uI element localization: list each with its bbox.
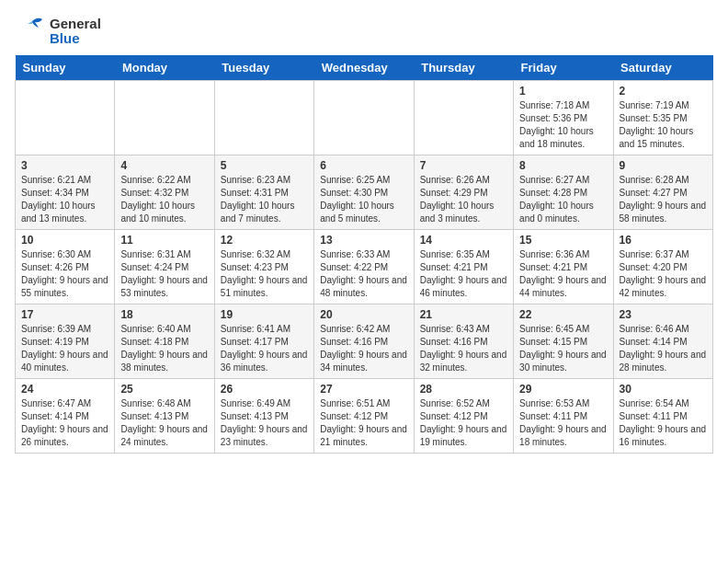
day-number: 8 [519,159,607,172]
logo-container: General Blue [15,15,101,48]
calendar-day-cell [414,81,513,155]
day-number: 20 [320,308,407,321]
day-info: Sunrise: 6:46 AM Sunset: 4:14 PM Dayligh… [620,323,707,374]
day-info: Sunrise: 6:43 AM Sunset: 4:16 PM Dayligh… [420,323,507,374]
day-info: Sunrise: 6:49 AM Sunset: 4:13 PM Dayligh… [221,397,308,449]
calendar-day-cell: 8Sunrise: 6:27 AM Sunset: 4:28 PM Daylig… [514,155,613,230]
calendar-week-5: 24Sunrise: 6:47 AM Sunset: 4:14 PM Dayli… [16,379,713,454]
day-info: Sunrise: 6:41 AM Sunset: 4:17 PM Dayligh… [221,323,308,374]
day-number: 11 [120,234,208,247]
calendar-day-cell: 16Sunrise: 6:37 AM Sunset: 4:20 PM Dayli… [613,230,712,304]
day-number: 7 [420,159,507,172]
calendar-day-cell: 28Sunrise: 6:52 AM Sunset: 4:12 PM Dayli… [414,379,513,454]
day-info: Sunrise: 6:32 AM Sunset: 4:23 PM Dayligh… [221,248,308,300]
day-info: Sunrise: 6:30 AM Sunset: 4:26 PM Dayligh… [21,248,108,300]
day-number: 26 [221,383,308,396]
calendar-day-cell [115,81,214,155]
day-number: 28 [420,383,507,396]
day-number: 18 [120,308,208,321]
day-number: 1 [519,85,607,98]
calendar-day-cell: 12Sunrise: 6:32 AM Sunset: 4:23 PM Dayli… [214,230,313,304]
day-info: Sunrise: 6:35 AM Sunset: 4:21 PM Dayligh… [420,248,507,300]
calendar-week-4: 17Sunrise: 6:39 AM Sunset: 4:19 PM Dayli… [16,304,713,379]
logo-general-text: General [50,17,101,32]
calendar-day-cell [16,81,115,155]
day-info: Sunrise: 6:36 AM Sunset: 4:21 PM Dayligh… [519,248,607,300]
day-number: 16 [620,234,707,247]
calendar-day-cell: 9Sunrise: 6:28 AM Sunset: 4:27 PM Daylig… [613,155,712,230]
logo-text-block: General Blue [50,17,101,47]
day-number: 19 [221,308,308,321]
day-info: Sunrise: 7:18 AM Sunset: 5:36 PM Dayligh… [519,99,607,151]
day-info: Sunrise: 6:51 AM Sunset: 4:12 PM Dayligh… [320,397,407,449]
day-info: Sunrise: 6:33 AM Sunset: 4:22 PM Dayligh… [320,248,407,300]
day-info: Sunrise: 6:42 AM Sunset: 4:16 PM Dayligh… [320,323,407,374]
calendar-day-cell: 29Sunrise: 6:53 AM Sunset: 4:11 PM Dayli… [514,379,613,454]
day-info: Sunrise: 6:48 AM Sunset: 4:13 PM Dayligh… [120,397,208,449]
day-info: Sunrise: 6:25 AM Sunset: 4:30 PM Dayligh… [320,174,407,225]
calendar-day-cell: 5Sunrise: 6:23 AM Sunset: 4:31 PM Daylig… [214,155,313,230]
day-number: 4 [120,159,208,172]
day-number: 23 [620,308,707,321]
day-number: 17 [21,308,108,321]
day-info: Sunrise: 6:26 AM Sunset: 4:29 PM Dayligh… [420,174,507,225]
day-info: Sunrise: 6:37 AM Sunset: 4:20 PM Dayligh… [620,248,707,300]
weekday-header-friday: Friday [514,55,613,81]
day-info: Sunrise: 6:47 AM Sunset: 4:14 PM Dayligh… [21,397,108,449]
day-number: 24 [21,383,108,396]
calendar-day-cell: 4Sunrise: 6:22 AM Sunset: 4:32 PM Daylig… [115,155,214,230]
day-number: 12 [221,234,308,247]
day-info: Sunrise: 7:19 AM Sunset: 5:35 PM Dayligh… [620,99,707,151]
day-number: 2 [620,85,707,98]
calendar-week-2: 3Sunrise: 6:21 AM Sunset: 4:34 PM Daylig… [16,155,713,230]
calendar-day-cell [314,81,414,155]
day-number: 3 [21,159,108,172]
weekday-header-saturday: Saturday [613,55,712,81]
day-info: Sunrise: 6:22 AM Sunset: 4:32 PM Dayligh… [120,174,208,225]
calendar-day-cell: 18Sunrise: 6:40 AM Sunset: 4:18 PM Dayli… [115,304,214,379]
day-number: 5 [221,159,308,172]
day-number: 27 [320,383,407,396]
logo: General Blue [15,15,101,48]
weekday-header-thursday: Thursday [414,55,513,81]
day-number: 6 [320,159,407,172]
calendar-day-cell: 30Sunrise: 6:54 AM Sunset: 4:11 PM Dayli… [613,379,712,454]
calendar-day-cell: 1Sunrise: 7:18 AM Sunset: 5:36 PM Daylig… [514,81,613,155]
calendar-day-cell: 22Sunrise: 6:45 AM Sunset: 4:15 PM Dayli… [514,304,613,379]
weekday-header-monday: Monday [115,55,214,81]
logo-blue-text: Blue [50,31,101,47]
page-header: General Blue [15,15,713,48]
day-info: Sunrise: 6:39 AM Sunset: 4:19 PM Dayligh… [21,323,108,374]
calendar-day-cell: 17Sunrise: 6:39 AM Sunset: 4:19 PM Dayli… [16,304,115,379]
calendar-day-cell: 6Sunrise: 6:25 AM Sunset: 4:30 PM Daylig… [314,155,414,230]
calendar-day-cell: 2Sunrise: 7:19 AM Sunset: 5:35 PM Daylig… [613,81,712,155]
weekday-header-row: SundayMondayTuesdayWednesdayThursdayFrid… [16,55,713,81]
day-number: 13 [320,234,407,247]
calendar-day-cell: 20Sunrise: 6:42 AM Sunset: 4:16 PM Dayli… [314,304,414,379]
calendar-day-cell: 10Sunrise: 6:30 AM Sunset: 4:26 PM Dayli… [16,230,115,304]
weekday-header-wednesday: Wednesday [314,55,414,81]
day-number: 29 [519,383,607,396]
day-info: Sunrise: 6:53 AM Sunset: 4:11 PM Dayligh… [519,397,607,449]
day-info: Sunrise: 6:31 AM Sunset: 4:24 PM Dayligh… [120,248,208,300]
day-info: Sunrise: 6:45 AM Sunset: 4:15 PM Dayligh… [519,323,607,374]
calendar-day-cell: 19Sunrise: 6:41 AM Sunset: 4:17 PM Dayli… [214,304,313,379]
day-info: Sunrise: 6:21 AM Sunset: 4:34 PM Dayligh… [21,174,108,225]
calendar-day-cell: 15Sunrise: 6:36 AM Sunset: 4:21 PM Dayli… [514,230,613,304]
calendar-day-cell: 21Sunrise: 6:43 AM Sunset: 4:16 PM Dayli… [414,304,513,379]
day-number: 25 [120,383,208,396]
calendar-day-cell: 3Sunrise: 6:21 AM Sunset: 4:34 PM Daylig… [16,155,115,230]
calendar-day-cell [214,81,313,155]
day-number: 9 [620,159,707,172]
calendar-day-cell: 14Sunrise: 6:35 AM Sunset: 4:21 PM Dayli… [414,230,513,304]
day-info: Sunrise: 6:52 AM Sunset: 4:12 PM Dayligh… [420,397,507,449]
calendar-day-cell: 26Sunrise: 6:49 AM Sunset: 4:13 PM Dayli… [214,379,313,454]
day-info: Sunrise: 6:27 AM Sunset: 4:28 PM Dayligh… [519,174,607,225]
calendar-day-cell: 25Sunrise: 6:48 AM Sunset: 4:13 PM Dayli… [115,379,214,454]
weekday-header-tuesday: Tuesday [214,55,313,81]
day-info: Sunrise: 6:28 AM Sunset: 4:27 PM Dayligh… [620,174,707,225]
day-number: 22 [519,308,607,321]
calendar-week-3: 10Sunrise: 6:30 AM Sunset: 4:26 PM Dayli… [16,230,713,304]
weekday-header-sunday: Sunday [16,55,115,81]
day-info: Sunrise: 6:54 AM Sunset: 4:11 PM Dayligh… [620,397,707,449]
